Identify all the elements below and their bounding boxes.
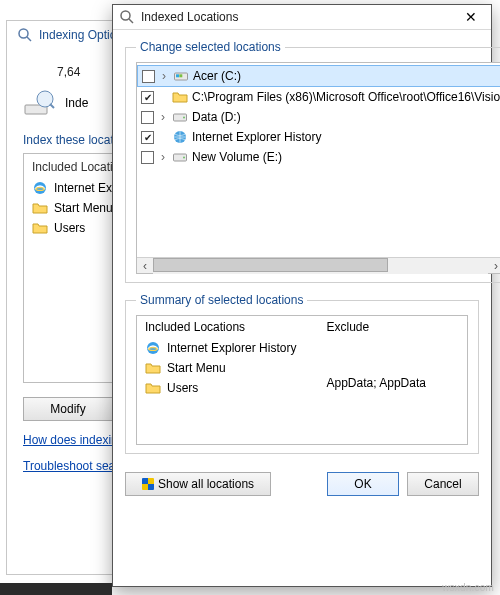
summary-item[interactable]: Start Menu [145, 358, 311, 378]
summary-item-label: Internet Explorer History [167, 341, 296, 355]
show-all-locations-button[interactable]: Show all locations [125, 472, 271, 496]
summary-box: Included Locations Internet Explorer His… [136, 315, 468, 445]
svg-line-4 [50, 104, 54, 108]
tree-expander[interactable]: › [159, 69, 169, 83]
svg-line-8 [129, 19, 133, 23]
svg-point-13 [183, 117, 185, 119]
tree-row-label: C:\Program Files (x86)\Microsoft Office\… [192, 90, 500, 104]
dialog-titlebar: Indexed Locations ✕ [113, 5, 491, 30]
taskbar-sliver [0, 583, 112, 595]
index-status: Inde [65, 96, 88, 110]
folder-icon [145, 360, 161, 376]
svg-point-7 [121, 11, 130, 20]
watermark: wsxdn.com [442, 582, 494, 593]
folder-icon [32, 220, 48, 236]
tree-row-label: Internet Explorer History [192, 130, 321, 144]
svg-point-16 [183, 157, 185, 159]
tree-expander[interactable]: › [158, 110, 168, 124]
tree-checkbox[interactable] [141, 151, 154, 164]
tree-checkbox[interactable] [141, 91, 154, 104]
tree-horizontal-scrollbar[interactable]: ‹ › [137, 257, 500, 273]
tree-row[interactable]: ›Acer (C:) [137, 65, 500, 87]
locations-tree[interactable]: ›Acer (C:)C:\Program Files (x86)\Microso… [136, 62, 500, 274]
drive-win-icon [173, 68, 189, 84]
tree-row[interactable]: Internet Explorer History [137, 127, 500, 147]
summary-col-exclude: Exclude [327, 320, 460, 334]
summary-group: Summary of selected locations Included L… [125, 293, 479, 454]
modify-button[interactable]: Modify [23, 397, 113, 421]
cancel-button[interactable]: Cancel [407, 472, 479, 496]
tree-row[interactable]: ›New Volume (E:) [137, 147, 500, 167]
svg-line-1 [27, 37, 31, 41]
tree-row-label: Acer (C:) [193, 69, 241, 83]
summary-exclude-value: AppData; AppData [327, 374, 460, 392]
tree-row[interactable]: ›Data (D:) [137, 107, 500, 127]
included-location-label: Users [54, 221, 85, 235]
scroll-thumb[interactable] [153, 258, 388, 272]
tree-row-label: Data (D:) [192, 110, 241, 124]
summary-item-label: Users [167, 381, 198, 395]
included-location-label: Start Menu [54, 201, 113, 215]
change-locations-legend: Change selected locations [136, 40, 285, 54]
tree-checkbox[interactable] [142, 70, 155, 83]
summary-exclude-value [327, 338, 460, 356]
tree-row[interactable]: C:\Program Files (x86)\Microsoft Office\… [137, 87, 500, 107]
scroll-left-button[interactable]: ‹ [137, 258, 153, 274]
drive-icon [172, 149, 188, 165]
summary-exclude-value [327, 356, 460, 374]
summary-col-included: Included Locations [145, 320, 311, 334]
drive-icon [172, 109, 188, 125]
tree-row-label: New Volume (E:) [192, 150, 282, 164]
summary-legend: Summary of selected locations [136, 293, 307, 307]
folder-icon [32, 200, 48, 216]
globe-icon [172, 129, 188, 145]
search-glass-icon [17, 27, 33, 43]
summary-item[interactable]: Users [145, 378, 311, 398]
scroll-track[interactable] [153, 258, 488, 274]
tree-checkbox[interactable] [141, 111, 154, 124]
svg-rect-11 [179, 74, 182, 77]
tree-expander[interactable]: › [158, 150, 168, 164]
close-button[interactable]: ✕ [445, 9, 485, 25]
tree-checkbox[interactable] [141, 131, 154, 144]
svg-rect-10 [176, 74, 179, 77]
indexed-locations-dialog: Indexed Locations ✕ Change selected loca… [112, 4, 492, 587]
summary-item-label: Start Menu [167, 361, 226, 375]
change-locations-group: Change selected locations ›Acer (C:)C:\P… [125, 40, 500, 283]
svg-point-0 [19, 29, 28, 38]
drive-glass-icon [23, 87, 55, 119]
ie-icon [145, 340, 161, 356]
scroll-right-button[interactable]: › [488, 258, 500, 274]
dialog-title: Indexed Locations [135, 10, 445, 24]
summary-item[interactable]: Internet Explorer History [145, 338, 311, 358]
ok-button[interactable]: OK [327, 472, 399, 496]
search-glass-icon [119, 9, 135, 25]
ie-icon [32, 180, 48, 196]
folder-icon [145, 380, 161, 396]
folder-icon [172, 89, 188, 105]
